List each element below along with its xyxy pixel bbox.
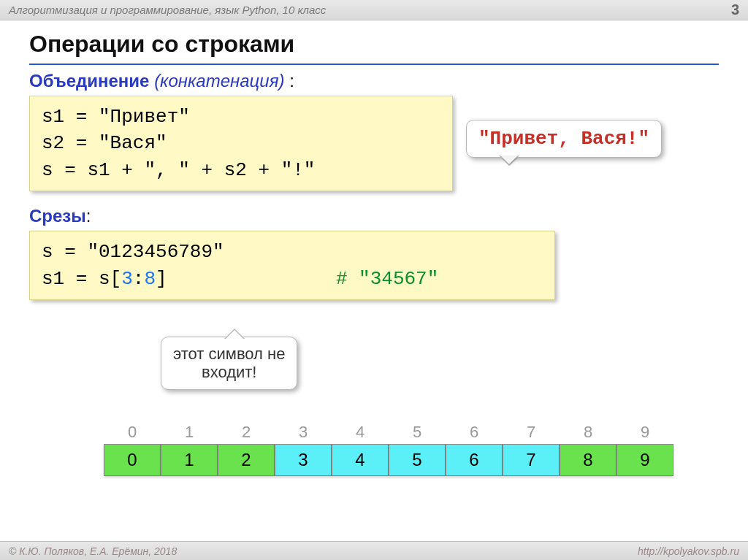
value-cell: 3: [275, 444, 332, 476]
index-row: 0123456789: [104, 421, 673, 444]
index-cell: 5: [389, 421, 446, 444]
value-cell: 2: [218, 444, 275, 476]
value-cell: 8: [560, 444, 617, 476]
result-callout: "Привет, Вася!": [466, 120, 662, 158]
footer-right: http://kpolyakov.spb.ru: [638, 545, 739, 557]
code-line: s = s1 + ", " + s2 + "!": [42, 157, 440, 183]
concat-label-italic: (конкатенация): [154, 71, 284, 91]
section-concat-label: Объединение (конкатенация) :: [29, 71, 719, 91]
concat-label-bold: Объединение: [29, 71, 149, 91]
index-cell: 6: [446, 421, 503, 444]
slice-label-suffix: :: [86, 206, 91, 226]
value-cell: 1: [161, 444, 218, 476]
value-cell: 0: [104, 444, 161, 476]
index-cell: 9: [617, 421, 673, 444]
index-cell: 3: [275, 421, 332, 444]
index-cell: 0: [104, 421, 161, 444]
value-row: 0123456789: [104, 444, 673, 476]
result-text: "Привет, Вася!": [478, 128, 649, 150]
code-frag: s1 = s[: [42, 268, 121, 290]
index-cell: 2: [218, 421, 275, 444]
index-cell: 7: [503, 421, 560, 444]
breadcrumb: Алгоритмизация и программирование, язык …: [9, 4, 326, 16]
code-line: s2 = "Вася": [42, 130, 440, 156]
value-cell: 6: [446, 444, 503, 476]
value-cell: 7: [503, 444, 560, 476]
section-slice-label: Срезы:: [29, 206, 719, 226]
title-divider: [29, 64, 719, 65]
note-line: этот символ не: [173, 345, 285, 363]
code-block-slice: s = "0123456789" s1 = s[3:8] # "34567": [29, 231, 555, 300]
concat-label-suffix: :: [284, 71, 294, 91]
index-cell: 8: [560, 421, 617, 444]
slice-label-bold: Срезы: [29, 206, 86, 226]
code-line: s = "0123456789": [42, 239, 543, 265]
code-block-concat: s1 = "Привет" s2 = "Вася" s = s1 + ", " …: [29, 96, 453, 191]
code-frag: 8: [144, 268, 156, 290]
header-bar: Алгоритмизация и программирование, язык …: [0, 0, 748, 20]
page-title: Операции со строками: [29, 31, 719, 58]
code-comment: # "34567": [336, 268, 438, 290]
code-line: s1 = s[3:8] # "34567": [42, 266, 543, 292]
footer-left: © К.Ю. Поляков, Е.А. Ерёмин, 2018: [9, 545, 177, 557]
footer-bar: © К.Ю. Поляков, Е.А. Ерёмин, 2018 http:/…: [0, 541, 748, 560]
value-cell: 9: [617, 444, 673, 476]
code-frag: :: [133, 268, 145, 290]
index-cell: 1: [161, 421, 218, 444]
value-cell: 4: [332, 444, 389, 476]
value-cell: 5: [389, 444, 446, 476]
note-callout: этот символ не входит!: [161, 337, 297, 390]
code-line: s1 = "Привет": [42, 104, 440, 130]
index-cell: 4: [332, 421, 389, 444]
code-frag: ]: [156, 268, 167, 290]
page-number: 3: [731, 1, 739, 18]
index-table: 0123456789 0123456789: [104, 421, 673, 476]
note-line: входит!: [173, 363, 285, 381]
code-frag: 3: [121, 268, 133, 290]
